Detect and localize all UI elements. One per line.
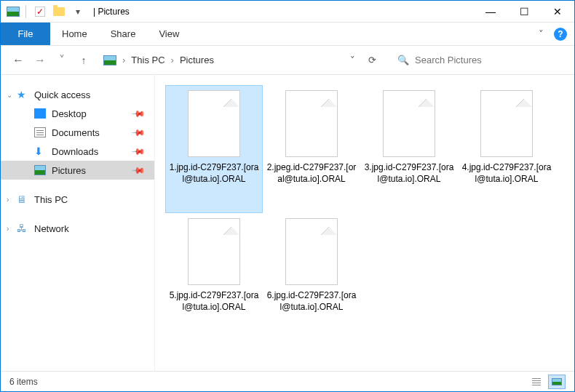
tree-downloads[interactable]: ⬇ Downloads 📌 [1,142,154,161]
details-view-button[interactable] [528,375,545,389]
file-name: 1.jpg.id-C279F237.[oral@tuta.io].ORAL [169,161,259,185]
tree-pictures[interactable]: Pictures 📌 [1,161,154,180]
large-icons-icon [552,378,562,385]
tree-label: Downloads [52,146,98,157]
status-bar: 6 items [1,371,574,391]
location-icon [103,55,116,65]
navigation-bar: ← → ˅ ↑ › This PC › Pictures ˅ ⟳ 🔍 [1,46,574,75]
chevron-right-icon[interactable]: › [121,55,127,65]
tree-label: Network [34,223,69,234]
file-tab[interactable]: File [1,23,50,45]
ribbon: File Home Share View ˅ ? [1,23,574,46]
tree-this-pc[interactable]: › 🖥 This PC [1,190,154,209]
tree-quick-access[interactable]: ⌄ ★ Quick access [1,85,154,104]
qat-separator [25,5,26,18]
pictures-icon [34,165,46,175]
tab-share[interactable]: Share [99,23,148,45]
tree-documents[interactable]: Documents 📌 [1,123,154,142]
refresh-button[interactable]: ⟳ [365,55,378,65]
file-name: 3.jpg.id-C279F237.[oral@tuta.io].ORAL [364,161,454,185]
tree-desktop[interactable]: Desktop 📌 [1,104,154,123]
tab-view[interactable]: View [147,23,191,45]
pin-icon: 📌 [131,106,146,121]
quick-access-toolbar: ✓ ▾ | Pictures [1,4,130,20]
address-bar[interactable]: › This PC › Pictures ˅ ⟳ [98,51,384,70]
navigation-pane: ⌄ ★ Quick access Desktop 📌 Documents 📌 ⬇… [1,75,155,371]
star-icon: ★ [17,89,28,100]
help-icon[interactable]: ? [554,28,567,41]
tree-label: Desktop [52,108,87,119]
tree-network[interactable]: › 🖧 Network [1,219,154,238]
body: ⌄ ★ Quick access Desktop 📌 Documents 📌 ⬇… [1,75,574,371]
titlebar: ✓ ▾ | Pictures — ☐ ✕ [1,1,574,23]
tree-label: Documents [52,127,100,138]
new-folder-button[interactable] [51,4,67,20]
ribbon-expand-button[interactable]: ˅ [539,28,544,39]
file-name: 5.jpg.id-C279F237.[oral@tuta.io].ORAL [169,289,259,313]
search-icon: 🔍 [397,55,409,65]
desktop-icon [34,108,46,119]
file-icon [188,90,240,157]
window-controls: — ☐ ✕ [474,1,574,23]
forward-button[interactable]: → [33,54,47,67]
network-icon: 🖧 [17,223,28,233]
tree-label: Quick access [34,89,90,100]
recent-locations-button[interactable]: ˅ [55,53,69,67]
file-item[interactable]: 6.jpg.id-C279F237.[oral@tuta.io].ORAL [263,213,360,341]
file-name: 6.jpg.id-C279F237.[oral@tuta.io].ORAL [266,289,357,313]
file-item[interactable]: 1.jpg.id-C279F237.[oral@tuta.io].ORAL [165,85,263,213]
file-name: 2.jpeg.id-C279F237.[oral@tuta.io].ORAL [266,161,357,185]
file-icon [480,90,533,157]
file-icon [188,218,240,285]
chevron-down-icon[interactable]: ⌄ [7,91,12,99]
file-item[interactable]: 5.jpg.id-C279F237.[oral@tuta.io].ORAL [165,213,263,341]
breadcrumb-pictures[interactable]: Pictures [180,55,214,65]
qat-customize-button[interactable]: ▾ [70,4,86,20]
file-icon [383,90,435,157]
maximize-button[interactable]: ☐ [507,1,541,23]
file-item[interactable]: 3.jpg.id-C279F237.[oral@tuta.io].ORAL [360,85,458,213]
properties-button[interactable]: ✓ [32,4,48,20]
back-button[interactable]: ← [11,54,25,67]
file-icon [285,90,338,157]
address-dropdown-button[interactable]: ˅ [350,55,355,65]
file-name: 4.jpg.id-C279F237.[oral@tuta.io].ORAL [461,161,552,185]
search-input[interactable] [415,55,558,65]
details-icon [532,378,541,385]
search-box[interactable]: 🔍 [391,51,564,70]
file-icon [285,218,338,285]
tree-label: Pictures [52,165,86,176]
pin-icon: 📌 [131,144,146,159]
chevron-right-icon[interactable]: › [170,55,175,65]
pin-icon: 📌 [131,163,146,178]
window-title: | Pictures [93,7,130,17]
document-icon [34,127,46,137]
item-count: 6 items [9,377,38,387]
chevron-right-icon[interactable]: › [7,225,9,233]
breadcrumb-this-pc[interactable]: This PC [131,55,164,65]
tab-home[interactable]: Home [50,23,99,45]
pc-icon: 🖥 [17,194,28,204]
large-icons-view-button[interactable] [548,375,566,389]
file-view[interactable]: 1.jpg.id-C279F237.[oral@tuta.io].ORAL2.j… [155,75,574,371]
up-button[interactable]: ↑ [76,55,91,66]
file-item[interactable]: 2.jpeg.id-C279F237.[oral@tuta.io].ORAL [263,85,360,213]
app-icon [7,7,20,17]
tree-label: This PC [34,194,68,205]
minimize-button[interactable]: — [474,1,507,23]
download-icon: ⬇ [34,146,46,156]
chevron-right-icon[interactable]: › [7,196,9,204]
pin-icon: 📌 [131,125,146,140]
file-item[interactable]: 4.jpg.id-C279F237.[oral@tuta.io].ORAL [458,85,555,213]
close-button[interactable]: ✕ [541,1,574,23]
